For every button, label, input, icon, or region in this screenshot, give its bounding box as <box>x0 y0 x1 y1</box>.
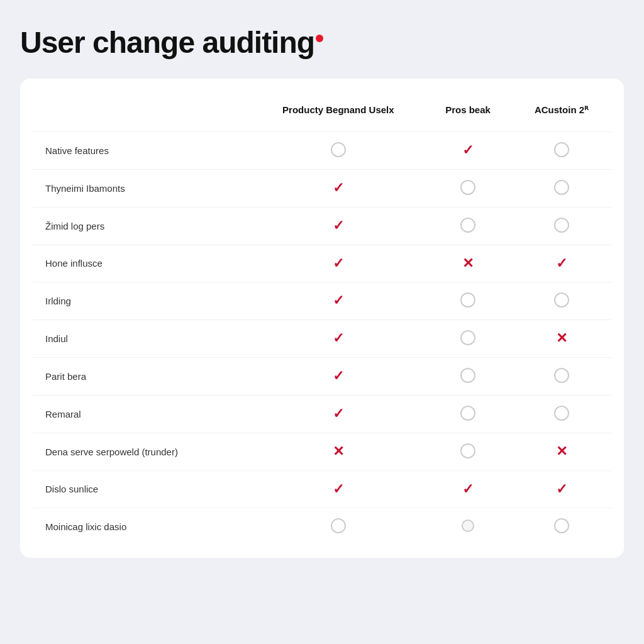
table-row: Moinicag lixic dasio <box>33 508 611 545</box>
table-row: Irlding ✓ <box>33 282 611 319</box>
col3-cell <box>512 131 611 169</box>
circle-symbol <box>554 406 569 421</box>
table-row: Dislo sunlice ✓ ✓ ✓ <box>33 470 611 508</box>
col2-cell: ✓ <box>424 131 512 169</box>
feature-label: Dena serve serpoweld (trunder) <box>33 433 253 470</box>
col1-cell: ✓ <box>253 245 424 282</box>
col2-cell <box>424 319 512 357</box>
check-symbol: ✓ <box>462 142 474 158</box>
circle-symbol <box>554 368 569 383</box>
col2-cell <box>424 508 512 545</box>
col2-cell <box>424 433 512 470</box>
circle-small-symbol <box>462 519 474 532</box>
comparison-table: Producty Begnand Uselx Pros beak ACustoi… <box>33 97 611 545</box>
cross-symbol: ✕ <box>462 255 474 272</box>
title-text: User change auditing <box>20 26 314 59</box>
col3-cell <box>512 207 611 245</box>
circle-symbol <box>554 292 569 308</box>
feature-label: Native features <box>33 131 253 169</box>
col1-cell <box>253 508 424 545</box>
table-header-row: Producty Begnand Uselx Pros beak ACustoi… <box>33 97 611 131</box>
check-symbol: ✓ <box>556 255 567 272</box>
col1-cell: ✓ <box>253 207 424 245</box>
title-dot <box>316 35 323 42</box>
feature-label: Moinicag lixic dasio <box>33 508 253 545</box>
check-symbol: ✓ <box>462 481 474 497</box>
feature-label: Remaral <box>33 395 253 433</box>
col1-cell: ✓ <box>253 357 424 395</box>
col3-cell: ✓ <box>512 470 611 508</box>
col3-cell: ✕ <box>512 319 611 357</box>
circle-symbol <box>460 443 475 458</box>
col1-cell: ✓ <box>253 169 424 207</box>
table-row: Indiul ✓ ✕ <box>33 319 611 357</box>
check-symbol: ✓ <box>333 292 344 309</box>
feature-label: Irlding <box>33 282 253 319</box>
table-row: Žimid log pers ✓ <box>33 207 611 245</box>
col3-cell <box>512 282 611 319</box>
feature-label: Dislo sunlice <box>33 470 253 508</box>
col-header-feature <box>33 97 253 131</box>
col1-cell: ✓ <box>253 395 424 433</box>
table-row: Remaral ✓ <box>33 395 611 433</box>
col1-cell: ✓ <box>253 470 424 508</box>
table-row: Parit bera ✓ <box>33 357 611 395</box>
check-symbol: ✓ <box>333 255 344 272</box>
circle-symbol <box>460 292 475 308</box>
table-row: Native features ✓ <box>33 131 611 169</box>
feature-label: Thyneimi Ibamonts <box>33 169 253 207</box>
circle-symbol <box>460 180 475 195</box>
col3-cell: ✓ <box>512 245 611 282</box>
col-header-col3: ACustoin 2ᴿ <box>512 97 611 131</box>
col-header-col1: Producty Begnand Uselx <box>253 97 424 131</box>
feature-label: Hone influsce <box>33 245 253 282</box>
table-row: Dena serve serpoweld (trunder) ✕ ✕ <box>33 433 611 470</box>
page-title: User change auditing <box>20 25 323 60</box>
col1-cell <box>253 131 424 169</box>
col2-cell <box>424 282 512 319</box>
col3-cell <box>512 395 611 433</box>
check-symbol: ✓ <box>333 180 344 196</box>
cross-symbol: ✕ <box>333 443 344 460</box>
check-symbol: ✓ <box>333 218 344 234</box>
col1-cell: ✕ <box>253 433 424 470</box>
check-symbol: ✓ <box>333 368 344 384</box>
circle-symbol <box>460 218 475 233</box>
feature-label: Parit bera <box>33 357 253 395</box>
circle-symbol <box>331 518 346 533</box>
check-symbol: ✓ <box>333 481 344 497</box>
circle-symbol <box>554 142 569 157</box>
feature-label: Žimid log pers <box>33 207 253 245</box>
cross-symbol: ✕ <box>556 330 567 347</box>
circle-symbol <box>554 218 569 233</box>
col3-cell: ✕ <box>512 433 611 470</box>
col-header-col2: Pros beak <box>424 97 512 131</box>
col3-cell <box>512 357 611 395</box>
col3-cell <box>512 508 611 545</box>
circle-symbol <box>554 518 569 533</box>
col1-cell: ✓ <box>253 319 424 357</box>
check-symbol: ✓ <box>333 406 344 422</box>
col2-cell: ✓ <box>424 470 512 508</box>
col2-cell <box>424 169 512 207</box>
circle-symbol <box>460 330 475 345</box>
col2-cell <box>424 357 512 395</box>
circle-symbol <box>554 180 569 195</box>
circle-symbol <box>460 406 475 421</box>
check-symbol: ✓ <box>556 481 567 497</box>
circle-symbol <box>460 368 475 383</box>
comparison-card: Producty Begnand Uselx Pros beak ACustoi… <box>20 79 624 558</box>
table-row: Hone influsce ✓ ✕ ✓ <box>33 245 611 282</box>
col2-cell <box>424 207 512 245</box>
check-symbol: ✓ <box>333 330 344 347</box>
col3-cell <box>512 169 611 207</box>
page-wrapper: User change auditing Producty Begnand Us… <box>20 25 624 558</box>
feature-label: Indiul <box>33 319 253 357</box>
title-area: User change auditing <box>20 25 624 60</box>
table-row: Thyneimi Ibamonts ✓ <box>33 169 611 207</box>
col1-cell: ✓ <box>253 282 424 319</box>
col2-cell: ✕ <box>424 245 512 282</box>
col2-cell <box>424 395 512 433</box>
circle-symbol <box>331 142 346 157</box>
cross-symbol: ✕ <box>556 443 567 460</box>
